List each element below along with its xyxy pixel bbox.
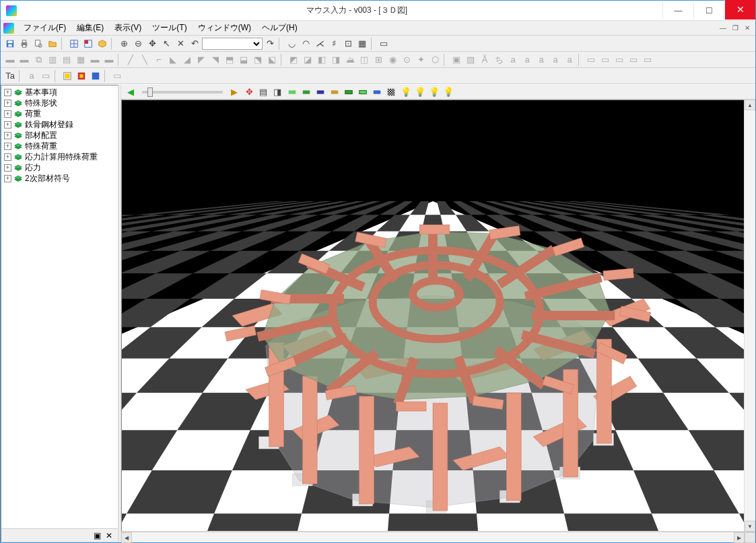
- tree-close-icon[interactable]: ✕: [106, 531, 115, 540]
- elem-44-button[interactable]: ▭: [641, 53, 654, 67]
- maximize-button[interactable]: [693, 3, 724, 19]
- elem-14-button[interactable]: ◤: [195, 53, 208, 67]
- layer-02-button[interactable]: [300, 85, 313, 99]
- scroll-right-button[interactable]: ▶: [734, 532, 745, 543]
- zoom-out-button[interactable]: ⊖: [131, 37, 145, 50]
- txt-05-button[interactable]: [75, 69, 88, 83]
- elem-13-button[interactable]: ◢: [180, 53, 194, 67]
- shade-button[interactable]: ◨: [271, 85, 284, 99]
- expander-icon[interactable]: +: [4, 143, 11, 150]
- tree-item-7[interactable]: +応力: [3, 162, 116, 173]
- menu-window[interactable]: ウィンドウ(W): [193, 21, 256, 35]
- expander-icon[interactable]: +: [4, 153, 11, 161]
- elem-21-button[interactable]: ◪: [301, 53, 314, 67]
- close-button[interactable]: [724, 0, 755, 20]
- txt-01-button[interactable]: Ta: [3, 69, 17, 83]
- layer-03-button[interactable]: [314, 85, 327, 99]
- mdi-restore-button[interactable]: ❐: [730, 23, 741, 34]
- light-01-button[interactable]: 💡: [399, 85, 413, 99]
- elem-23-button[interactable]: ◨: [329, 53, 343, 67]
- scroll-down-button[interactable]: ▼: [745, 521, 755, 532]
- light-03-button[interactable]: 💡: [427, 85, 441, 99]
- slider-thumb-icon[interactable]: [147, 87, 153, 97]
- viewport-3d[interactable]: [121, 100, 745, 532]
- elem-37-button[interactable]: a: [535, 53, 548, 67]
- menu-view[interactable]: 表示(V): [109, 21, 147, 35]
- txt-03-button[interactable]: ▭: [39, 69, 53, 83]
- menu-file[interactable]: ファイル(F): [18, 21, 71, 35]
- tree-item-8[interactable]: +2次部材符号: [3, 173, 116, 184]
- txt-02-button[interactable]: a: [25, 69, 38, 83]
- elem-25-button[interactable]: ◫: [357, 53, 371, 67]
- layer-01-button[interactable]: [285, 85, 299, 99]
- layer-08-button[interactable]: [384, 85, 398, 99]
- scroll-up-button[interactable]: ▲: [745, 100, 755, 110]
- elem-06-button[interactable]: ▦: [74, 53, 88, 67]
- cursor-button[interactable]: ↖: [160, 37, 173, 50]
- elem-34-button[interactable]: ち: [492, 53, 506, 67]
- elem-43-button[interactable]: ▭: [627, 53, 640, 67]
- tool-a6-button[interactable]: ▦: [355, 37, 369, 50]
- tree-item-1[interactable]: +特殊形状: [3, 98, 116, 108]
- txt-07-button[interactable]: ▭: [110, 69, 124, 83]
- grid-elevation-button[interactable]: [81, 37, 95, 50]
- mdi-minimize-button[interactable]: —: [718, 23, 728, 34]
- elem-08-button[interactable]: ▬: [102, 53, 116, 67]
- elem-42-button[interactable]: ▭: [613, 53, 626, 67]
- elem-29-button[interactable]: ✦: [414, 53, 427, 67]
- time-slider[interactable]: [142, 91, 223, 94]
- elem-05-button[interactable]: ▤: [60, 53, 73, 67]
- cancel-button[interactable]: ✕: [174, 37, 187, 50]
- print-preview-button[interactable]: [32, 37, 45, 50]
- elem-11-button[interactable]: ⌐: [152, 53, 166, 67]
- elem-33-button[interactable]: Å: [478, 53, 491, 67]
- elem-22-button[interactable]: ◧: [315, 53, 329, 67]
- elem-12-button[interactable]: ◣: [166, 53, 180, 67]
- elem-04-button[interactable]: ▥: [46, 53, 59, 67]
- tree-item-4[interactable]: +部材配置: [3, 130, 116, 141]
- elem-15-button[interactable]: ◥: [209, 53, 222, 67]
- elem-18-button[interactable]: ⬔: [251, 53, 265, 67]
- menu-help[interactable]: ヘルプ(H): [256, 21, 303, 35]
- menu-tool[interactable]: ツール(T): [147, 21, 192, 35]
- elem-40-button[interactable]: ▭: [584, 53, 598, 67]
- tool-a1-button[interactable]: ◡: [285, 37, 298, 50]
- elem-19-button[interactable]: ⬕: [265, 53, 279, 67]
- film-button[interactable]: ▤: [256, 85, 270, 99]
- pan-button[interactable]: ✥: [145, 37, 159, 50]
- elem-31-button[interactable]: ▣: [450, 53, 463, 67]
- tree-item-2[interactable]: +荷重: [3, 108, 116, 119]
- layer-07-button[interactable]: [370, 85, 384, 99]
- tool-a4-button[interactable]: ♯: [327, 37, 341, 50]
- mdi-close-button[interactable]: ✕: [742, 23, 753, 34]
- scrollbar-vertical[interactable]: ▲ ▼: [745, 100, 755, 532]
- elem-32-button[interactable]: ▨: [464, 53, 477, 67]
- grid-plan-button[interactable]: [67, 37, 81, 50]
- elem-20-button[interactable]: ◩: [287, 53, 300, 67]
- elem-30-button[interactable]: ⬡: [428, 53, 442, 67]
- print-button[interactable]: [18, 37, 31, 50]
- elem-10-button[interactable]: ╲: [138, 53, 151, 67]
- elem-03-button[interactable]: ⧉: [32, 53, 45, 67]
- scrollbar-horizontal[interactable]: ◀ ▶: [121, 532, 755, 542]
- tool-b1-button[interactable]: ▭: [377, 37, 390, 50]
- tool-a5-button[interactable]: ⊡: [341, 37, 355, 50]
- tree-item-6[interactable]: +応力計算用特殊荷重: [3, 151, 116, 162]
- grid-iso-button[interactable]: [96, 37, 109, 50]
- tree[interactable]: +基本事項+特殊形状+荷重+鉄骨鋼材登録+部材配置+特殊荷重+応力計算用特殊荷重…: [1, 85, 118, 528]
- layer-04-button[interactable]: [328, 85, 341, 99]
- tool-a3-button[interactable]: ⋌: [313, 37, 327, 50]
- orbit-button[interactable]: ✥: [242, 85, 256, 99]
- expander-icon[interactable]: +: [4, 121, 11, 129]
- tree-item-5[interactable]: +特殊荷重: [3, 141, 116, 151]
- expander-icon[interactable]: +: [4, 132, 11, 139]
- minimize-button[interactable]: [662, 3, 693, 19]
- redo-button[interactable]: ↷: [263, 37, 277, 50]
- expander-icon[interactable]: +: [4, 175, 11, 182]
- elem-07-button[interactable]: ▬: [88, 53, 102, 67]
- menu-edit[interactable]: 編集(E): [71, 21, 109, 35]
- save-button[interactable]: [3, 37, 17, 50]
- tree-collapse-icon[interactable]: ▣: [94, 531, 103, 540]
- elem-35-button[interactable]: a: [506, 53, 520, 67]
- elem-41-button[interactable]: ▭: [598, 53, 612, 67]
